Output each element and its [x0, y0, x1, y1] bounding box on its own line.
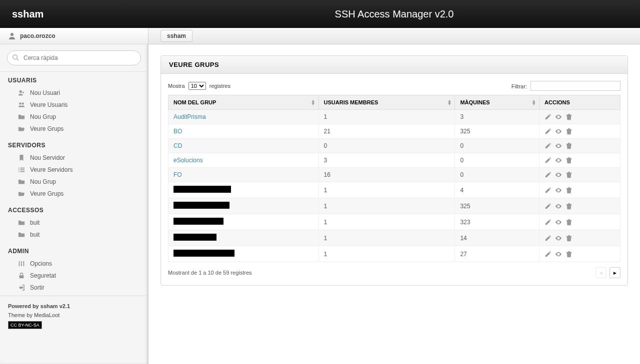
- page-title: SSH Access Manager v2.0: [148, 8, 640, 20]
- brand: ssham: [0, 8, 148, 20]
- app-header: ssham SSH Access Manager v2.0: [0, 0, 640, 28]
